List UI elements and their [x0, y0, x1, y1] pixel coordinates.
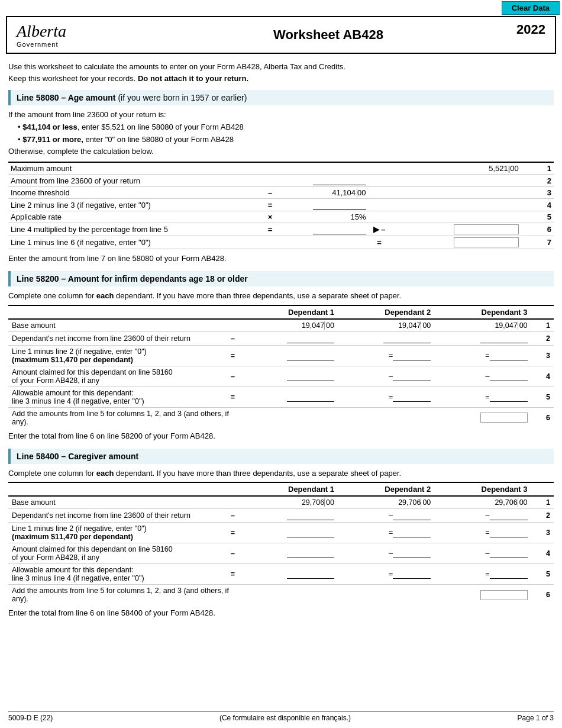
- calc-row-6: Line 4 multiplied by the percentage from…: [8, 223, 554, 236]
- dep58200-d2-r2[interactable]: [383, 334, 431, 343]
- intro-text: Use this worksheet to calculate the amou…: [8, 61, 554, 84]
- section-58400-header: Line 58400 – Caregiver amount: [8, 449, 554, 464]
- dep58400-d3-r5[interactable]: [490, 569, 528, 579]
- form-header: Alberta Government Worksheet AB428 2022: [6, 16, 556, 54]
- dep58400-row6: Add the amounts from line 5 for columns …: [8, 585, 554, 605]
- calc-row-7: Line 1 minus line 6 (if negative, enter …: [8, 236, 554, 249]
- dep58200-row1: Base amount 19,04700 19,04700 19,04700 1: [8, 319, 554, 332]
- calc-row-5: Applicable rate × 15% 5: [8, 211, 554, 223]
- section-58200-footer: Enter the total from line 6 on line 5820…: [8, 430, 554, 443]
- title-area: Worksheet AB428: [111, 27, 545, 43]
- dep58200-d3-r5[interactable]: [490, 392, 528, 402]
- dep58200-row2: Dependant's net income from line 23600 o…: [8, 331, 554, 345]
- footer-right: Page 1 of 3: [518, 714, 554, 722]
- calc-row-4: Line 2 minus line 3 (if negative, enter …: [8, 199, 554, 211]
- dep58200-row4: Amount claimed for this dependant on lin…: [8, 366, 554, 386]
- dep58400-row4: Amount claimed for this dependant on lin…: [8, 543, 554, 564]
- logo-text: Alberta: [17, 22, 111, 41]
- row1-label: Maximum amount: [8, 162, 259, 175]
- dep58200-d1-r3[interactable]: [287, 351, 334, 360]
- dep58400-d1-r2[interactable]: [287, 511, 334, 520]
- dep58200-d1-r5[interactable]: [287, 392, 334, 402]
- section-58200-header: Line 58200 – Amount for infirm dependant…: [8, 271, 554, 286]
- clear-data-button[interactable]: Clear Data: [502, 1, 560, 15]
- dep58400-d1-r5[interactable]: [287, 569, 334, 579]
- intro-line2: Keep this worksheet for your records. Do…: [8, 73, 554, 85]
- dep58200-row5: Allowable amount for this dependant:line…: [8, 386, 554, 407]
- footer-left: 5009-D E (22): [8, 714, 53, 722]
- input-row6b[interactable]: [454, 224, 519, 234]
- worksheet-title: Worksheet AB428: [273, 27, 383, 42]
- logo-area: Alberta Government: [17, 22, 111, 48]
- dep58400-row1: Base amount 29,70600 29,70600 29,70600 1: [8, 496, 554, 509]
- dep58200-d2-r5[interactable]: [393, 392, 431, 402]
- dep58200-d1-r2[interactable]: [287, 334, 334, 343]
- dep58400-d3-r2[interactable]: [490, 511, 528, 520]
- dep58200-d2-r4[interactable]: [393, 372, 431, 381]
- dep58400-d1-r3[interactable]: [287, 528, 334, 537]
- dep58200-total-r6[interactable]: [480, 413, 528, 423]
- year-label: 2022: [516, 22, 545, 37]
- section-58080-header: Line 58080 – Age amount (if you were bor…: [8, 90, 554, 105]
- top-bar: Clear Data: [0, 0, 562, 16]
- input-row4[interactable]: [313, 200, 366, 210]
- calc-row-2: Amount from line 23600 of your return 2: [8, 175, 554, 187]
- calc-row-3: Income threshold – 41,10400 3: [8, 187, 554, 199]
- dep58400-d3-r3[interactable]: [490, 528, 528, 537]
- dep58400-row2: Dependant's net income from line 23600 o…: [8, 509, 554, 523]
- dep58200-d2-r3[interactable]: [393, 351, 431, 360]
- calc-table-58080: Maximum amount 5,521|00 1 Amount from li…: [8, 162, 554, 249]
- dep58400-row5: Allowable amount for this dependant:line…: [8, 564, 554, 585]
- input-row7[interactable]: [454, 237, 519, 247]
- section-58080-footer: Enter the amount from line 7 on line 580…: [8, 253, 554, 265]
- dep58400-d2-r3[interactable]: [393, 528, 431, 537]
- page-footer: 5009-D E (22) (Ce formulaire est disponi…: [8, 711, 554, 722]
- dep58400-d3-r4[interactable]: [490, 549, 528, 558]
- logo-gov: Government: [17, 41, 111, 48]
- dep58200-d3-r4[interactable]: [490, 372, 528, 381]
- dep58400-d1-r4[interactable]: [287, 549, 334, 558]
- input-row2[interactable]: [313, 176, 366, 185]
- dep58200-row3: Line 1 minus line 2 (if negative, enter …: [8, 345, 554, 366]
- footer-center: (Ce formulaire est disponible en françai…: [219, 714, 351, 722]
- dep58400-d2-r5[interactable]: [393, 569, 431, 579]
- dep-table-58400: Dependant 1 Dependant 2 Dependant 3 Base…: [8, 482, 554, 605]
- section-58400-body: Complete one column for each dependant. …: [8, 468, 554, 480]
- dep58200-d3-r3[interactable]: [490, 351, 528, 360]
- dep-table-58200: Dependant 1 Dependant 2 Dependant 3 Base…: [8, 305, 554, 428]
- row1-linenum: 1: [521, 162, 554, 175]
- calc-row-1: Maximum amount 5,521|00 1: [8, 162, 554, 175]
- input-row6a[interactable]: [313, 225, 366, 234]
- dep58400-total-r6[interactable]: [480, 590, 528, 600]
- dep58400-d2-r2[interactable]: [393, 511, 431, 520]
- intro-line1: Use this worksheet to calculate the amou…: [8, 61, 554, 73]
- section-58080-body: If the amount from line 23600 of your re…: [8, 109, 554, 158]
- section-58200-body: Complete one column for each dependant. …: [8, 290, 554, 302]
- section-58400-footer: Enter the total from line 6 on line 5840…: [8, 607, 554, 620]
- dep58200-row6: Add the amounts from line 5 for columns …: [8, 407, 554, 428]
- dep58200-d1-r4[interactable]: [287, 372, 334, 381]
- dep58400-d2-r4[interactable]: [393, 549, 431, 558]
- dep58400-row3: Line 1 minus line 2 (if negative, enter …: [8, 523, 554, 543]
- dep58200-d3-r2[interactable]: [480, 334, 528, 343]
